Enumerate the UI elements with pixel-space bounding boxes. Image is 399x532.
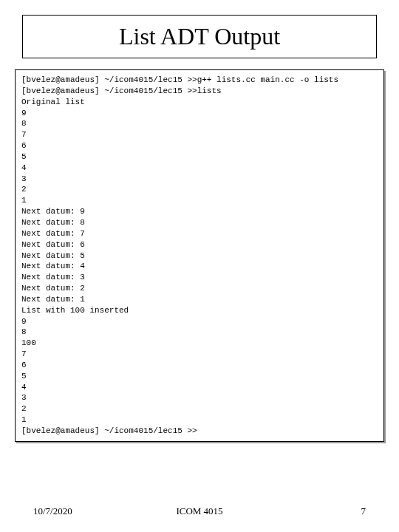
terminal-output: [bvelez@amadeus] ~/icom4015/lec15 >>g++ … bbox=[21, 75, 378, 437]
title-box: List ADT Output bbox=[22, 15, 377, 58]
page-title: List ADT Output bbox=[119, 23, 280, 50]
footer-course: ICOM 4015 bbox=[176, 505, 222, 517]
footer-date: 10/7/2020 bbox=[33, 505, 72, 517]
footer: 10/7/2020 ICOM 4015 7 bbox=[0, 505, 399, 517]
terminal-output-box: [bvelez@amadeus] ~/icom4015/lec15 >>g++ … bbox=[15, 69, 384, 442]
footer-page: 7 bbox=[361, 505, 366, 517]
